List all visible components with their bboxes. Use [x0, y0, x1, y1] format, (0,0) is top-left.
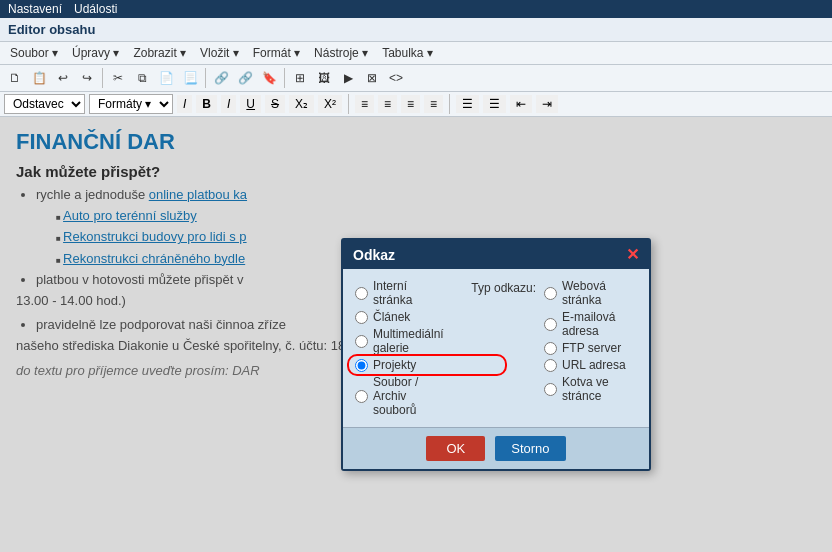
editor-title: Editor obsahu: [0, 18, 832, 42]
radio-file[interactable]: Soubor / Archiv souborů: [355, 375, 448, 417]
tb-media[interactable]: ▶: [337, 67, 359, 89]
tb-bookmark[interactable]: 🔖: [258, 67, 280, 89]
tb-redo[interactable]: ↪: [76, 67, 98, 89]
fmt-bold[interactable]: B: [196, 95, 217, 113]
tb-special[interactable]: ⊠: [361, 67, 383, 89]
radio-article[interactable]: Článek: [355, 310, 448, 324]
dialog-footer: OK Storno: [343, 427, 649, 469]
radio-internal-input[interactable]: [355, 287, 368, 300]
tb-open[interactable]: 📋: [28, 67, 50, 89]
top-bar: Nastavení Události: [0, 0, 832, 18]
radio-internal-label: Interní stránka: [373, 279, 448, 307]
tb-link[interactable]: 🔗: [210, 67, 232, 89]
fmt-strikethrough[interactable]: S: [265, 95, 285, 113]
fmt-superscript[interactable]: X²: [318, 95, 342, 113]
radio-ftp[interactable]: FTP server: [544, 341, 637, 355]
radio-media-input[interactable]: [355, 335, 368, 348]
fmt-underline[interactable]: U: [240, 95, 261, 113]
fmt-align-center[interactable]: ≡: [378, 95, 397, 113]
radio-projects-label: Projekty: [373, 358, 416, 372]
menu-nastroje[interactable]: Nástroje ▾: [308, 44, 374, 62]
fmt-sep1: [348, 94, 349, 114]
tb-paste[interactable]: 📄: [155, 67, 177, 89]
fmt-list-unordered[interactable]: ☰: [456, 95, 479, 113]
menu-vlozit[interactable]: Vložit ▾: [194, 44, 245, 62]
dialog-header: Odkaz ✕: [343, 240, 649, 269]
tb-cut[interactable]: ✂: [107, 67, 129, 89]
radio-anchor-label: Kotva ve stránce: [562, 375, 637, 403]
menu-soubor[interactable]: Soubor ▾: [4, 44, 64, 62]
radio-web-input[interactable]: [544, 287, 557, 300]
menu-tabulka[interactable]: Tabulka ▾: [376, 44, 439, 62]
fmt-list-ordered[interactable]: ☰: [483, 95, 506, 113]
tb-unlink[interactable]: 🔗: [234, 67, 256, 89]
radio-web[interactable]: Webová stránka: [544, 279, 637, 307]
radio-projects[interactable]: Projekty: [355, 358, 448, 372]
tb-sep2: [205, 68, 206, 88]
radio-url-label: URL adresa: [562, 358, 626, 372]
fmt-indent-inc[interactable]: ⇥: [536, 95, 558, 113]
dialog-title: Odkaz: [353, 247, 395, 263]
radio-media-label: Multimediální galerie: [373, 327, 448, 355]
tb-code[interactable]: <>: [385, 67, 407, 89]
tb-new[interactable]: 🗋: [4, 67, 26, 89]
radio-file-input[interactable]: [355, 390, 368, 403]
radio-email-label: E-mailová adresa: [562, 310, 637, 338]
font-select[interactable]: Formáty ▾: [89, 94, 173, 114]
radio-ftp-input[interactable]: [544, 342, 557, 355]
tb-copy[interactable]: ⧉: [131, 67, 153, 89]
radio-ftp-label: FTP server: [562, 341, 621, 355]
radio-file-label: Soubor / Archiv souborů: [373, 375, 448, 417]
tb-paste-text[interactable]: 📃: [179, 67, 201, 89]
fmt-align-right[interactable]: ≡: [401, 95, 420, 113]
highlight-circle: [347, 354, 507, 376]
dialog-type-label: Typ odkazu:: [456, 279, 536, 295]
menu-bar: Soubor ▾ Úpravy ▾ Zobrazit ▾ Vložit ▾ Fo…: [0, 42, 832, 65]
tb-sep3: [284, 68, 285, 88]
radio-list2: Webová stránka E-mailová adresa FTP serv…: [544, 279, 637, 403]
tb-image[interactable]: 🖼: [313, 67, 335, 89]
fmt-sep2: [449, 94, 450, 114]
menu-upravy[interactable]: Úpravy ▾: [66, 44, 125, 62]
fmt-indent-dec[interactable]: ⇤: [510, 95, 532, 113]
radio-anchor[interactable]: Kotva ve stránce: [544, 375, 637, 403]
dialog-row: Interní stránka Článek Multimediální gal…: [355, 279, 637, 417]
radio-web-label: Webová stránka: [562, 279, 637, 307]
fmt-italic-outer[interactable]: I: [177, 95, 192, 113]
radio-group: Interní stránka Článek Multimediální gal…: [355, 279, 448, 417]
dialog-overlay: Odkaz ✕ Interní stránka: [0, 117, 832, 552]
radio-list: Interní stránka Článek Multimediální gal…: [355, 279, 448, 417]
radio-article-label: Článek: [373, 310, 410, 324]
radio-media[interactable]: Multimediální galerie: [355, 327, 448, 355]
radio-email[interactable]: E-mailová adresa: [544, 310, 637, 338]
dialog-body: Interní stránka Článek Multimediální gal…: [343, 269, 649, 427]
radio-email-input[interactable]: [544, 318, 557, 331]
editor-body: FINANČNÍ DAR Jak můžete přispět? rychle …: [0, 117, 832, 552]
tb-table[interactable]: ⊞: [289, 67, 311, 89]
radio-projects-input[interactable]: [355, 359, 368, 372]
dialog-close-button[interactable]: ✕: [626, 245, 639, 264]
radio-internal[interactable]: Interní stránka: [355, 279, 448, 307]
menu-zobrazit[interactable]: Zobrazit ▾: [127, 44, 192, 62]
tb-sep1: [102, 68, 103, 88]
radio-url-input[interactable]: [544, 359, 557, 372]
editor-wrapper: Nastavení Události Editor obsahu Soubor …: [0, 0, 832, 552]
radio-article-input[interactable]: [355, 311, 368, 324]
fmt-italic[interactable]: I: [221, 95, 236, 113]
fmt-subscript[interactable]: X₂: [289, 95, 314, 113]
style-select[interactable]: Odstavec: [4, 94, 85, 114]
menu-format[interactable]: Formát ▾: [247, 44, 306, 62]
radio-anchor-input[interactable]: [544, 383, 557, 396]
format-bar: Odstavec Formáty ▾ I B I U S X₂ X² ≡ ≡ ≡…: [0, 92, 832, 117]
fmt-align-left[interactable]: ≡: [355, 95, 374, 113]
radio-url[interactable]: URL adresa: [544, 358, 637, 372]
toolbar: 🗋 📋 ↩ ↪ ✂ ⧉ 📄 📃 🔗 🔗 🔖 ⊞ 🖼 ▶ ⊠ <>: [0, 65, 832, 92]
fmt-align-justify[interactable]: ≡: [424, 95, 443, 113]
odkaz-dialog: Odkaz ✕ Interní stránka: [341, 238, 651, 471]
topbar-item-udalosti[interactable]: Události: [74, 2, 117, 16]
radio-group2: Webová stránka E-mailová adresa FTP serv…: [544, 279, 637, 403]
tb-undo[interactable]: ↩: [52, 67, 74, 89]
cancel-button[interactable]: Storno: [495, 436, 565, 461]
ok-button[interactable]: OK: [426, 436, 485, 461]
topbar-item-nastaveni[interactable]: Nastavení: [8, 2, 62, 16]
